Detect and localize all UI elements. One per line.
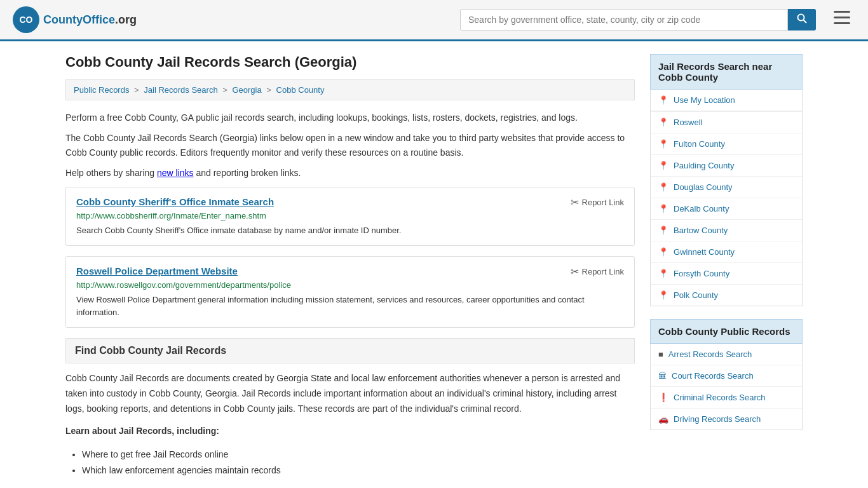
breadcrumb-georgia[interactable]: Georgia <box>232 85 261 95</box>
link-card-sheriff: Cobb County Sheriff's Office Inmate Sear… <box>65 187 635 247</box>
sidebar-nearby-list: 📍 Use My Location 📍 Roswell 📍 Fulton Cou… <box>650 90 803 306</box>
sidebar: Jail Records Search near Cobb County 📍 U… <box>650 54 803 479</box>
main-content: Cobb County Jail Records Search (Georgia… <box>65 54 635 479</box>
sidebar-link-court[interactable]: 🏛 Court Records Search <box>651 365 802 386</box>
sidebar-public-records-title: Cobb County Public Records <box>650 319 803 344</box>
link-card-roswell-url: http://www.roswellgov.com/government/dep… <box>76 280 624 290</box>
nearby-icon-roswell: 📍 <box>658 118 668 127</box>
svg-text:CO: CO <box>20 15 33 25</box>
site-logo[interactable]: CO CountyOffice.org <box>13 6 137 33</box>
link-card-roswell: Roswell Police Department Website ✂ Repo… <box>65 256 635 328</box>
sidebar-item-roswell[interactable]: 📍 Roswell <box>651 112 802 133</box>
link-card-roswell-title[interactable]: Roswell Police Department Website <box>76 266 238 276</box>
find-section-body: Cobb County Jail Records are documents c… <box>65 371 635 416</box>
sidebar-item-arrest[interactable]: ■ Arrest Records Search <box>651 344 802 365</box>
sidebar-item-gwinnett[interactable]: 📍 Gwinnett County <box>651 241 802 263</box>
nearby-icon-gwinnett: 📍 <box>658 247 668 257</box>
sidebar-link-polk[interactable]: 📍 Polk County <box>651 285 802 306</box>
report-link-button-1[interactable]: ✂ Report Link <box>571 196 624 208</box>
bullet-list: Where to get free Jail Records online Wh… <box>82 447 635 478</box>
sidebar-link-forsyth[interactable]: 📍 Forsyth County <box>651 263 802 284</box>
criminal-icon: ❗ <box>658 393 668 402</box>
sidebar-link-driving[interactable]: 🚗 Driving Records Search <box>651 409 802 430</box>
breadcrumb-sep-2: > <box>222 85 229 95</box>
breadcrumb-sep-1: > <box>134 85 141 95</box>
report-icon-2: ✂ <box>571 266 579 278</box>
report-link-button-2[interactable]: ✂ Report Link <box>571 266 624 278</box>
sidebar-public-records-list: ■ Arrest Records Search 🏛 Court Records … <box>650 344 803 430</box>
sidebar-item-dekalb[interactable]: 📍 DeKalb County <box>651 198 802 220</box>
breadcrumb-cobb[interactable]: Cobb County <box>276 85 325 95</box>
sidebar-item-paulding[interactable]: 📍 Paulding County <box>651 155 802 177</box>
sidebar-use-location[interactable]: 📍 Use My Location <box>651 90 802 112</box>
menu-button[interactable] <box>829 8 855 31</box>
sidebar-item-forsyth[interactable]: 📍 Forsyth County <box>651 263 802 285</box>
bullet-item-2: Which law enforcement agencies maintain … <box>82 463 635 478</box>
site-header: CO CountyOffice.org <box>0 0 868 41</box>
sidebar-nearby-section: Jail Records Search near Cobb County 📍 U… <box>650 54 803 306</box>
court-icon: 🏛 <box>658 371 667 381</box>
new-links-link[interactable]: new links <box>157 168 194 178</box>
sidebar-link-dekalb[interactable]: 📍 DeKalb County <box>651 198 802 219</box>
arrest-icon: ■ <box>658 349 663 359</box>
sidebar-item-polk[interactable]: 📍 Polk County <box>651 285 802 306</box>
link-card-sheriff-header: Cobb County Sheriff's Office Inmate Sear… <box>76 196 624 208</box>
sidebar-item-douglas[interactable]: 📍 Douglas County <box>651 177 802 198</box>
link-card-sheriff-url: http://www.cobbsheriff.org/Inmate/Enter_… <box>76 211 624 220</box>
nearby-icon-dekalb: 📍 <box>658 204 668 214</box>
sidebar-public-records-section: Cobb County Public Records ■ Arrest Reco… <box>650 319 803 430</box>
page-body: Cobb County Jail Records Search (Georgia… <box>53 41 815 488</box>
nearby-icon-polk: 📍 <box>658 290 668 300</box>
nearby-icon-douglas: 📍 <box>658 182 668 192</box>
nearby-icon-paulding: 📍 <box>658 161 668 170</box>
sidebar-item-court[interactable]: 🏛 Court Records Search <box>651 365 802 387</box>
intro-paragraph-2: The Cobb County Jail Records Search (Geo… <box>65 131 635 159</box>
svg-point-2 <box>798 15 804 21</box>
report-icon-1: ✂ <box>571 196 579 208</box>
find-section-header: Find Cobb County Jail Records <box>65 338 635 363</box>
sidebar-nearby-title: Jail Records Search near Cobb County <box>650 54 803 90</box>
driving-icon: 🚗 <box>658 414 668 424</box>
sidebar-link-roswell[interactable]: 📍 Roswell <box>651 112 802 133</box>
search-bar <box>460 9 816 30</box>
intro-paragraph-3: Help others by sharing new links and rep… <box>65 166 635 180</box>
sidebar-link-gwinnett[interactable]: 📍 Gwinnett County <box>651 241 802 262</box>
use-location-label: Use My Location <box>674 95 735 105</box>
bullet-item-1: Where to get free Jail Records online <box>82 447 635 463</box>
sidebar-item-criminal[interactable]: ❗ Criminal Records Search <box>651 387 802 409</box>
search-input[interactable] <box>460 9 788 30</box>
use-location-link[interactable]: 📍 Use My Location <box>651 90 802 111</box>
link-card-roswell-header: Roswell Police Department Website ✂ Repo… <box>76 266 624 278</box>
sidebar-link-paulding[interactable]: 📍 Paulding County <box>651 155 802 176</box>
search-button[interactable] <box>788 9 816 30</box>
nearby-icon-forsyth: 📍 <box>658 269 668 278</box>
sidebar-link-fulton[interactable]: 📍 Fulton County <box>651 133 802 154</box>
sidebar-item-bartow[interactable]: 📍 Bartow County <box>651 220 802 241</box>
breadcrumb: Public Records > Jail Records Search > G… <box>65 79 635 100</box>
sidebar-link-bartow[interactable]: 📍 Bartow County <box>651 220 802 241</box>
sidebar-item-driving[interactable]: 🚗 Driving Records Search <box>651 409 802 430</box>
sidebar-link-arrest[interactable]: ■ Arrest Records Search <box>651 344 802 365</box>
logo-icon: CO <box>13 6 39 33</box>
nearby-icon-bartow: 📍 <box>658 226 668 235</box>
logo-text: CountyOffice.org <box>43 13 137 27</box>
learn-heading: Learn about Jail Records, including: <box>65 424 635 439</box>
link-card-roswell-desc: View Roswell Police Department general i… <box>76 294 624 318</box>
link-card-sheriff-desc: Search Cobb County Sheriff's Office inma… <box>76 224 624 237</box>
sidebar-item-fulton[interactable]: 📍 Fulton County <box>651 133 802 155</box>
svg-line-3 <box>804 20 807 24</box>
nearby-icon-fulton: 📍 <box>658 139 668 149</box>
sidebar-link-douglas[interactable]: 📍 Douglas County <box>651 177 802 198</box>
link-card-sheriff-title[interactable]: Cobb County Sheriff's Office Inmate Sear… <box>76 196 274 207</box>
location-pin-icon: 📍 <box>658 95 668 105</box>
svg-rect-4 <box>834 11 850 13</box>
breadcrumb-jail-records[interactable]: Jail Records Search <box>144 85 217 95</box>
svg-rect-6 <box>834 22 850 24</box>
sidebar-link-criminal[interactable]: ❗ Criminal Records Search <box>651 387 802 408</box>
breadcrumb-sep-3: > <box>266 85 273 95</box>
page-title: Cobb County Jail Records Search (Georgia… <box>65 54 635 71</box>
intro-paragraph-1: Perform a free Cobb County, GA public ja… <box>65 111 635 125</box>
svg-rect-5 <box>834 17 850 18</box>
breadcrumb-public-records[interactable]: Public Records <box>74 85 129 95</box>
